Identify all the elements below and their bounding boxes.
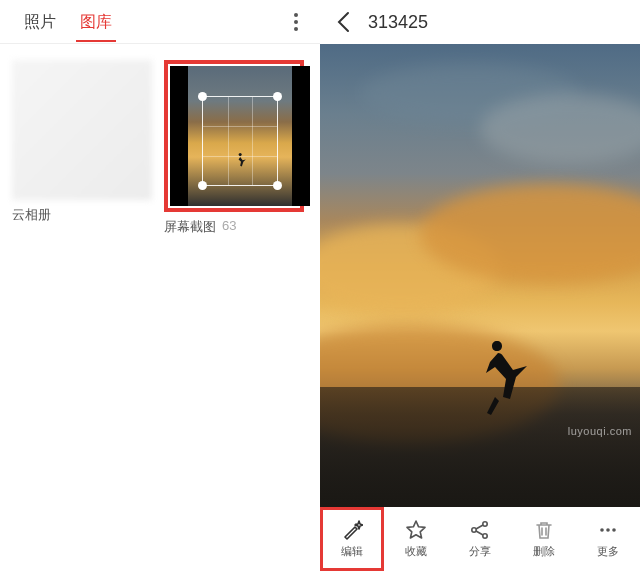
svg-point-8 bbox=[612, 528, 616, 532]
trash-icon bbox=[533, 519, 555, 541]
album-cloud[interactable]: 云相册 bbox=[12, 60, 152, 236]
album-screenshots-thumbnail bbox=[170, 66, 310, 206]
tab-bar: 照片 图库 bbox=[0, 0, 320, 44]
album-cloud-thumbnail bbox=[12, 60, 152, 200]
svg-point-5 bbox=[483, 534, 487, 538]
viewer-header: 313425 bbox=[320, 0, 640, 44]
svg-point-1 bbox=[294, 20, 298, 24]
more-label: 更多 bbox=[597, 544, 619, 559]
share-button[interactable]: 分享 bbox=[448, 507, 512, 571]
more-vertical-icon bbox=[294, 13, 298, 31]
more-horizontal-icon bbox=[597, 519, 619, 541]
back-button[interactable] bbox=[328, 7, 358, 37]
edit-label: 编辑 bbox=[341, 544, 363, 559]
svg-point-3 bbox=[472, 528, 476, 532]
overflow-menu-button[interactable] bbox=[284, 7, 308, 37]
edit-button[interactable]: 编辑 bbox=[320, 507, 384, 571]
viewer-title: 313425 bbox=[368, 12, 428, 33]
album-grid: 云相册 bbox=[0, 44, 320, 252]
viewer-image[interactable]: luyouqi.com bbox=[320, 44, 640, 507]
svg-point-6 bbox=[600, 528, 604, 532]
viewer-toolbar: 编辑 收藏 分享 删除 更多 bbox=[320, 507, 640, 571]
more-button[interactable]: 更多 bbox=[576, 507, 640, 571]
watermark: luyouqi.com bbox=[568, 425, 632, 437]
tab-photos[interactable]: 照片 bbox=[12, 2, 68, 41]
svg-point-4 bbox=[483, 522, 487, 526]
svg-point-0 bbox=[294, 13, 298, 17]
star-icon bbox=[405, 519, 427, 541]
album-cloud-label: 云相册 bbox=[12, 206, 51, 224]
delete-label: 删除 bbox=[533, 544, 555, 559]
tab-gallery[interactable]: 图库 bbox=[68, 2, 124, 41]
share-icon bbox=[469, 519, 491, 541]
gallery-panel: 照片 图库 云相册 bbox=[0, 0, 320, 571]
album-screenshots-label: 屏幕截图 bbox=[164, 218, 216, 236]
favorite-button[interactable]: 收藏 bbox=[384, 507, 448, 571]
favorite-label: 收藏 bbox=[405, 544, 427, 559]
chevron-left-icon bbox=[336, 11, 350, 33]
viewer-panel: 313425 luyouqi.com 编辑 收藏 bbox=[320, 0, 640, 571]
svg-point-2 bbox=[294, 27, 298, 31]
crop-overlay bbox=[202, 96, 278, 186]
share-label: 分享 bbox=[469, 544, 491, 559]
dancer-silhouette-icon bbox=[467, 335, 531, 417]
delete-button[interactable]: 删除 bbox=[512, 507, 576, 571]
album-screenshots[interactable]: 屏幕截图 63 bbox=[164, 60, 304, 236]
album-screenshots-count: 63 bbox=[222, 218, 236, 236]
magic-wand-icon bbox=[341, 519, 363, 541]
svg-point-7 bbox=[606, 528, 610, 532]
